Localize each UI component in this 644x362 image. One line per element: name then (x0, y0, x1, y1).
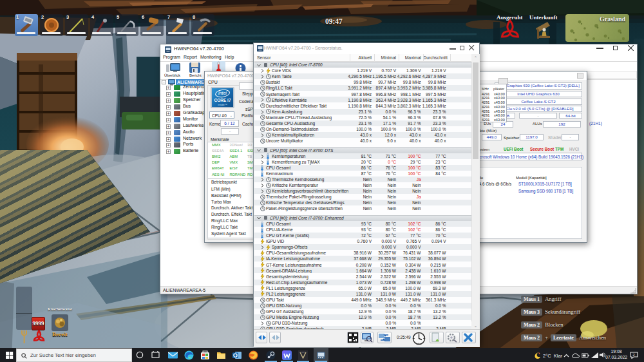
svg-text:2: 2 (632, 353, 635, 357)
